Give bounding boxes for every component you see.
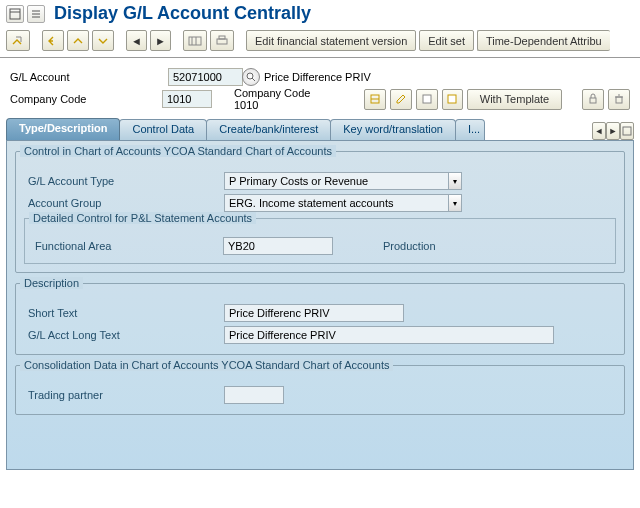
group-consolidation-title: Consolidation Data in Chart of Accounts … [20, 359, 393, 371]
svg-rect-16 [590, 98, 596, 103]
window-titlebar: Display G/L Account Centrally [0, 0, 640, 27]
gl-account-label: G/L Account [10, 71, 168, 83]
svg-rect-5 [189, 37, 201, 45]
functional-area-input[interactable] [223, 237, 333, 255]
with-template-button[interactable]: With Template [467, 89, 562, 110]
gl-account-type-label: G/L Account Type [24, 175, 224, 187]
group-control-coa-title: Control in Chart of Accounts YCOA Standa… [20, 145, 336, 157]
delete-icon[interactable] [608, 89, 630, 110]
tab-scroll-left-icon[interactable]: ◄ [592, 122, 606, 140]
tab-control-data[interactable]: Control Data [119, 119, 207, 140]
nav-down-icon[interactable] [92, 30, 114, 51]
subgroup-pl-control: Detailed Control for P&L Statement Accou… [24, 218, 616, 264]
svg-rect-15 [448, 95, 456, 103]
tab-panel: Control in Chart of Accounts YCOA Standa… [6, 140, 634, 470]
trading-partner-input[interactable] [224, 386, 284, 404]
trading-partner-label: Trading partner [24, 389, 224, 401]
tab-strip: Type/Description Control Data Create/ban… [6, 118, 634, 470]
edit-set-button[interactable]: Edit set [419, 30, 474, 51]
edit-icon[interactable] [390, 89, 412, 110]
nav-prev-icon[interactable]: ◄ [126, 30, 147, 51]
company-code-input[interactable] [162, 90, 212, 108]
functional-area-label: Functional Area [31, 240, 223, 252]
functional-area-desc: Production [333, 240, 436, 252]
create-icon[interactable] [416, 89, 438, 110]
svg-rect-17 [616, 97, 622, 103]
tab-create-bank-interest[interactable]: Create/bank/interest [206, 119, 331, 140]
where-used-icon[interactable] [183, 30, 207, 51]
header-fields: G/L Account Price Difference PRIV Compan… [0, 58, 640, 114]
nav-next-icon[interactable]: ► [150, 30, 171, 51]
time-dependent-button[interactable]: Time-Dependent Attribu [477, 30, 610, 51]
long-text-label: G/L Acct Long Text [24, 329, 224, 341]
list-icon[interactable] [27, 5, 45, 23]
company-code-desc: Company Code 1010 [212, 87, 334, 111]
tab-type-description[interactable]: Type/Description [6, 118, 120, 140]
account-group-label: Account Group [24, 197, 224, 209]
account-group-select[interactable] [224, 194, 449, 212]
group-consolidation: Consolidation Data in Chart of Accounts … [15, 365, 625, 415]
company-code-label: Company Code [10, 93, 162, 105]
long-text-input[interactable] [224, 326, 554, 344]
short-text-input[interactable] [224, 304, 404, 322]
svg-rect-8 [217, 39, 227, 44]
toggle-display-icon[interactable] [6, 30, 30, 51]
tab-scroll-right-icon[interactable]: ► [606, 122, 620, 140]
edit-fsv-button[interactable]: Edit financial statement version [246, 30, 416, 51]
svg-rect-0 [10, 9, 20, 19]
subgroup-pl-control-title: Detailed Control for P&L Statement Accou… [29, 212, 256, 224]
gl-account-type-select[interactable] [224, 172, 449, 190]
page-title: Display G/L Account Centrally [48, 3, 311, 24]
lock-icon[interactable] [582, 89, 604, 110]
dropdown-icon[interactable]: ▾ [449, 172, 462, 190]
group-description: Description Short Text G/L Acct Long Tex… [15, 283, 625, 355]
tab-information[interactable]: I... [455, 119, 485, 140]
svg-rect-14 [423, 95, 431, 103]
search-help-icon[interactable] [242, 68, 260, 86]
app-toolbar: ◄ ► Edit financial statement version Edi… [0, 27, 640, 58]
group-control-coa: Control in Chart of Accounts YCOA Standa… [15, 151, 625, 273]
svg-line-11 [252, 78, 255, 81]
dropdown-icon[interactable]: ▾ [449, 194, 462, 212]
menu-icon[interactable] [6, 5, 24, 23]
create-template-icon[interactable] [442, 89, 463, 110]
other-object-icon[interactable] [364, 89, 386, 110]
svg-rect-9 [219, 36, 225, 39]
gl-account-desc: Price Difference PRIV [260, 71, 371, 83]
svg-rect-20 [623, 127, 631, 135]
group-description-title: Description [20, 277, 83, 289]
print-icon[interactable] [210, 30, 234, 51]
tab-keyword-translation[interactable]: Key word/translation [330, 119, 456, 140]
short-text-label: Short Text [24, 307, 224, 319]
nav-up-icon[interactable] [67, 30, 89, 51]
nav-first-icon[interactable] [42, 30, 64, 51]
gl-account-input[interactable] [168, 68, 243, 86]
tab-list-icon[interactable] [620, 122, 634, 140]
